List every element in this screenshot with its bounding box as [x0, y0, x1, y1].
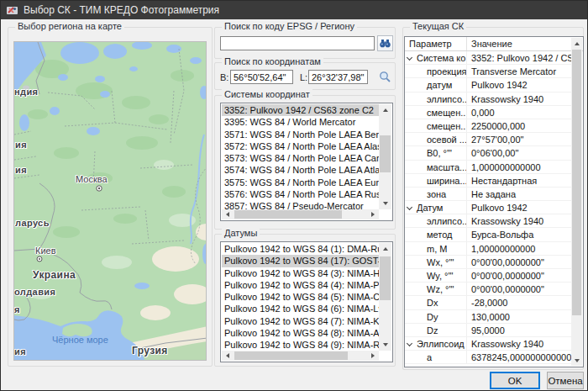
- system-list-item[interactable]: 3576: WGS 84 / North Pole LAEA Russia: [222, 188, 379, 200]
- param-value: 3352: Pulkovo 1942 / CS63 ...: [466, 51, 572, 64]
- systems-vscrollbar[interactable]: [379, 104, 391, 209]
- param-value: Transverse Mercator: [466, 65, 572, 77]
- table-row[interactable]: эллипсо... Krassowsky 1940: [405, 214, 572, 228]
- param-name: проекция: [427, 66, 466, 77]
- param-name: Wy, °'": [427, 271, 454, 281]
- scroll-up-icon[interactable]: [379, 243, 391, 255]
- param-name: Wz, °'": [427, 284, 454, 294]
- system-list-item[interactable]: 3572: WGS 84 / North Pole LAEA Alaska: [222, 140, 379, 152]
- epsg-search-title: Поиск по коду EPSG / Региону: [222, 21, 357, 31]
- scroll-up-icon[interactable]: [571, 38, 582, 49]
- param-name: осевой ...: [427, 135, 466, 145]
- region-map[interactable]: ндияияияМоскваларусьКиевУкраинаолдавияяЧ…: [13, 41, 207, 361]
- table-row[interactable]: Dz 95,0000: [405, 324, 572, 337]
- system-list-item[interactable]: 3575: WGS 84 / North Pole LAEA Europe: [222, 177, 379, 188]
- table-row[interactable]: зона Не задана: [405, 188, 572, 201]
- scroll-thumb[interactable]: [234, 210, 342, 219]
- scroll-right-icon[interactable]: [367, 209, 379, 219]
- map-label: Москва: [76, 174, 108, 184]
- scroll-thumb[interactable]: [380, 256, 391, 300]
- datum-list-item[interactable]: Pulkovo 1942 to WGS 84 (8): NIMA-Alb: [222, 327, 379, 339]
- table-row[interactable]: Dx -28,0000: [405, 296, 572, 309]
- scroll-thumb[interactable]: [572, 50, 581, 315]
- system-list-item[interactable]: 3571: WGS 84 / North Pole LAEA Bering Se…: [222, 129, 379, 140]
- param-value: -28,0000: [466, 296, 572, 309]
- datum-list-item[interactable]: Pulkovo 1942 to WGS 84 (6): NIMA-Lva: [222, 303, 379, 314]
- datum-list-item[interactable]: Pulkovo 1942 to WGS 84 (1): DMA-Rus: [222, 243, 379, 255]
- systems-hscrollbar[interactable]: [222, 209, 379, 219]
- value-column-header[interactable]: Значение: [466, 37, 583, 50]
- scroll-left-icon[interactable]: [222, 351, 234, 361]
- latitude-input[interactable]: [230, 70, 293, 84]
- epsg-search-input[interactable]: [220, 36, 375, 50]
- param-value: 0°00'00,0000000": [466, 283, 572, 295]
- system-list-item[interactable]: 3857: WGS 84 / Pseudo-Mercator: [222, 200, 379, 209]
- param-name: масшта...: [427, 162, 466, 172]
- map-label: Киев: [35, 246, 56, 256]
- table-row[interactable]: эллипсо... Krassowsky 1940: [405, 92, 572, 106]
- datum-list-item[interactable]: Pulkovo 1942 to WGS 84 (7): NIMA-Kaz: [222, 315, 379, 327]
- datums-vscrollbar[interactable]: [379, 243, 391, 351]
- map-label: Украина: [33, 269, 76, 281]
- binoculars-button[interactable]: [377, 35, 393, 51]
- scroll-left-icon[interactable]: [222, 209, 234, 219]
- table-row[interactable]: B0, °'" 0°06'00,00": [405, 146, 572, 160]
- systems-listbox[interactable]: 3352: Pulkovo 1942 / CS63 zone C23395: W…: [220, 103, 393, 221]
- table-row[interactable]: Wz, °'" 0°00'00,0000000": [405, 283, 572, 296]
- longitude-input[interactable]: [308, 70, 368, 84]
- table-row[interactable]: Wy, °'" 0°00'00,0000000": [405, 269, 572, 283]
- table-row[interactable]: m, M 1,00000000000: [405, 242, 572, 256]
- table-row[interactable]: ширина... Нестандартная: [405, 174, 572, 188]
- scroll-down-icon[interactable]: [379, 198, 391, 209]
- scroll-right-icon[interactable]: [367, 351, 379, 361]
- systems-title: Системы координат: [222, 89, 312, 99]
- binoculars-icon: [380, 39, 391, 48]
- titlebar[interactable]: Выбор СК - ТИМ КРЕДО Фотограмметрия: [1, 1, 587, 19]
- table-row[interactable]: проекция Transverse Mercator: [405, 65, 572, 78]
- scroll-up-icon[interactable]: [379, 104, 391, 116]
- system-list-item[interactable]: 3352: Pulkovo 1942 / CS63 zone C2: [222, 104, 379, 116]
- param-value: 27°57'00,00": [466, 133, 572, 145]
- param-value: Pulkovo 1942: [466, 78, 572, 91]
- table-row[interactable]: смещен... 0,000: [405, 106, 572, 119]
- table-vscrollbar[interactable]: [571, 38, 582, 366]
- datum-list-item[interactable]: Pulkovo 1942 to WGS 84 (3): NIMA-Hun: [222, 267, 379, 279]
- datum-list-item[interactable]: Pulkovo 1942 to WGS 84 (4): NIMA-Pol: [222, 279, 379, 291]
- table-row[interactable]: осевой ... 27°57'00,00": [405, 133, 572, 146]
- datum-list-item[interactable]: Pulkovo 1942 to WGS 84 (5): NIMA-Cze: [222, 291, 379, 303]
- ok-button[interactable]: OK: [490, 372, 540, 389]
- table-row[interactable]: Wx, °'" 0°00'00,0000000": [405, 256, 572, 269]
- param-value: 1,00000000000: [466, 242, 572, 255]
- map-label: Грузия: [132, 345, 168, 357]
- param-column-header[interactable]: Параметр: [405, 37, 466, 50]
- cancel-button[interactable]: Отмена: [547, 372, 584, 389]
- table-row[interactable]: масшта... 1,000000000000: [405, 161, 572, 174]
- param-value: 1,000000000000: [466, 161, 572, 173]
- map-label: ндия: [14, 87, 38, 97]
- system-list-item[interactable]: 3573: WGS 84 / North Pole LAEA Canada: [222, 152, 379, 164]
- table-body: Система ко... 3352: Pulkovo 1942 / CS63 …: [405, 51, 572, 367]
- table-row[interactable]: смещен... 2250000,000: [405, 119, 572, 133]
- table-header: Параметр Значение: [405, 37, 583, 51]
- current-cs-table[interactable]: Параметр Значение Система ко... 3352: Pu…: [404, 36, 584, 367]
- table-row[interactable]: a 6378245,000000000000: [405, 351, 572, 364]
- table-row[interactable]: Эллипсоид Krassowsky 1940: [405, 337, 572, 351]
- scroll-thumb[interactable]: [234, 351, 348, 360]
- scroll-down-icon[interactable]: [379, 339, 391, 351]
- map-group-title: Выбор региона на карте: [15, 21, 124, 31]
- datums-hscrollbar[interactable]: [222, 351, 379, 361]
- system-list-item[interactable]: 3395: WGS 84 / World Mercator: [222, 116, 379, 128]
- table-row[interactable]: датум Pulkovo 1942: [405, 78, 572, 92]
- datum-list-item[interactable]: Pulkovo 1942 to WGS 84 (17): GOST-Rus: [222, 255, 379, 267]
- scroll-thumb[interactable]: [380, 135, 391, 172]
- system-list-item[interactable]: 3574: WGS 84 / North Pole LAEA Atlantic: [222, 164, 379, 176]
- table-row[interactable]: Система ко... 3352: Pulkovo 1942 / CS63 …: [405, 51, 572, 65]
- datum-list-item[interactable]: Pulkovo 1942 to WGS 84 (9): NIMA-Rom: [222, 339, 379, 351]
- dialog-body: Выбор региона на карте: [1, 19, 587, 390]
- table-row[interactable]: Dy 130,0000: [405, 310, 572, 324]
- datums-listbox[interactable]: Pulkovo 1942 to WGS 84 (1): DMA-RusPulko…: [220, 241, 393, 362]
- table-row[interactable]: Датум Pulkovo 1942: [405, 201, 572, 214]
- table-row[interactable]: метод Бурса-Вольфа: [405, 228, 572, 241]
- scroll-down-icon[interactable]: [571, 355, 582, 366]
- coord-search-button[interactable]: [377, 69, 392, 84]
